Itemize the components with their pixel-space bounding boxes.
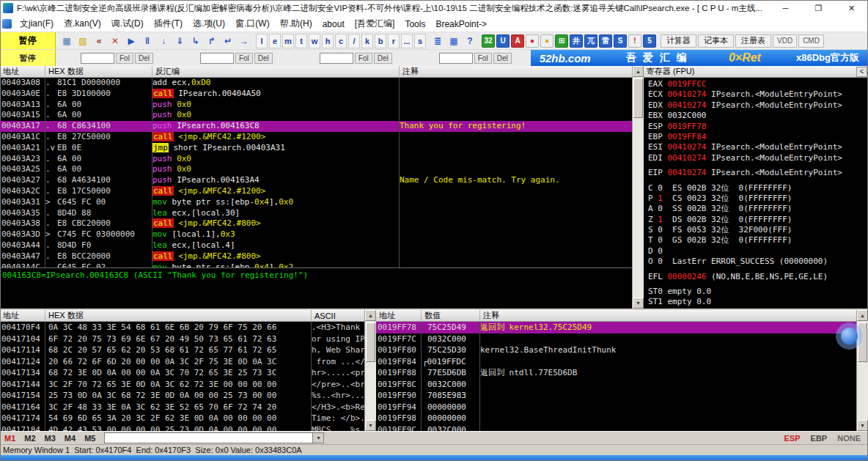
dump-row[interactable]: 0041717454 69 6D 65 3A 20 3C 2F 62 3E 0D…: [0, 413, 364, 424]
disasm-row[interactable]: 00403A25.6A 00push 0x0: [0, 164, 632, 175]
register-line[interactable]: EBX 0032C000: [644, 111, 868, 121]
disasm-row[interactable]: 00403A21.vEB 0Ejmp short IPsearch.00403A…: [0, 143, 632, 154]
disasm-row[interactable]: 00403A23.6A 00push 0x0: [0, 154, 632, 165]
fol-button[interactable]: Fol: [235, 53, 253, 64]
dump-row[interactable]: 004171844D 42 43 53 00 00 00 00 25 73 0D…: [0, 424, 364, 432]
address-input[interactable]: [439, 53, 473, 64]
stack-row[interactable]: 0019FF84┌0019FFDC: [376, 356, 856, 368]
scroll-thumb[interactable]: [366, 322, 375, 362]
restart-icon[interactable]: «: [92, 34, 106, 48]
scroll-up-icon[interactable]: ▲: [857, 310, 868, 321]
window-shortcut-button[interactable]: w: [309, 34, 320, 48]
plugin-button[interactable]: ●: [526, 34, 539, 48]
menu-item[interactable]: 文jian(F): [15, 16, 59, 32]
floating-assist-ball[interactable]: [836, 322, 863, 350]
window-shortcut-button[interactable]: e: [269, 34, 281, 48]
step-over-icon[interactable]: ⇓: [172, 34, 187, 48]
col-header-comment[interactable]: 注释: [400, 66, 632, 77]
disasm-row[interactable]: 00403A44.8D4D F0lea ecx,[local.4]: [0, 240, 632, 251]
stack-row[interactable]: 0019FF8075C25D30kernel32.BaseThreadInitT…: [376, 344, 856, 356]
disasm-row[interactable]: 00403A27.68 A4634100push IPsearch.004163…: [0, 175, 632, 186]
stack-row[interactable]: 0019FF9400000000: [376, 402, 856, 413]
titlebar[interactable]: F:\wk\京峰二进制安全逆向高级班录播课程(反汇编加密解密病毒分析)\京峰二进…: [0, 0, 868, 16]
stack-row[interactable]: 0019FF7875C25D49返回到 kernel32.75C25D49: [376, 322, 856, 333]
menu-item[interactable]: 选.项(U): [188, 16, 230, 32]
memory-tab[interactable]: M2: [20, 434, 40, 443]
register-line[interactable]: A 0 SS 002B 32位 0(FFFFFFFF): [644, 204, 868, 214]
step-into-icon[interactable]: ↓: [156, 34, 171, 48]
trace-over-icon[interactable]: ↱: [205, 34, 219, 48]
tool-button[interactable]: 注册表: [735, 34, 771, 48]
plugin-button[interactable]: 兀: [584, 34, 597, 48]
register-line[interactable]: ESI 00410274 IPsearch.<ModuleEntryPoint>: [644, 142, 868, 152]
disasm-row[interactable]: 00403A13.6A 00push 0x0: [0, 100, 632, 111]
menu-item[interactable]: Tools: [400, 18, 430, 31]
dump-row[interactable]: 0041713468 72 3E 0D 0A 00 00 0A 3C 70 72…: [0, 367, 364, 379]
stack-row[interactable]: 0019FF9800000000: [376, 413, 856, 424]
dump-col-address[interactable]: 地址: [0, 310, 45, 321]
del-button[interactable]: Del: [254, 53, 273, 64]
address-input[interactable]: [81, 53, 114, 64]
register-line[interactable]: C 0 ES 002B 32位 0(FFFFFFFF): [644, 183, 868, 193]
window-shortcut-button[interactable]: m: [282, 34, 294, 48]
disasm-row[interactable]: 00403A38.E8 CBC20000call <jmp.&MFC42.#80…: [0, 218, 632, 229]
windows-grid-icon[interactable]: ▦: [59, 34, 74, 48]
stack-row[interactable]: 0019FF7C0032C000: [376, 333, 856, 345]
plugin-button[interactable]: A: [511, 34, 524, 48]
register-line[interactable]: EBP 0019FF84: [644, 132, 868, 142]
menu-item[interactable]: [吾爱汇编]: [350, 16, 400, 32]
register-line[interactable]: O 0 LastErr ERROR_SUCCESS (00000000): [644, 257, 868, 267]
window-shortcut-button[interactable]: /: [348, 34, 360, 48]
col-header-disassembly[interactable]: 反汇编: [152, 66, 400, 77]
dump-row[interactable]: 004171443C 2F 70 72 65 3E 0D 0A 3C 62 72…: [0, 379, 364, 391]
register-line[interactable]: Z 1 DS 002B 32位 0(FFFFFFFF): [644, 215, 868, 225]
stack-row[interactable]: 0019FF9C0032C000: [376, 424, 856, 432]
help-icon[interactable]: ?: [463, 34, 477, 48]
register-line[interactable]: S 0 FS 0053 32位 32F000(FFF): [644, 225, 868, 235]
col-header-address[interactable]: 地址: [0, 66, 45, 77]
register-line[interactable]: ST0 empty 0.0: [644, 287, 868, 297]
fol-button[interactable]: Fol: [116, 53, 133, 64]
register-line[interactable]: ECX 00410274 IPsearch.<ModuleEntryPoint>: [644, 89, 868, 100]
window-shortcut-button[interactable]: r: [388, 34, 400, 48]
fol-button[interactable]: Fol: [474, 53, 492, 64]
plugin-button[interactable]: !: [628, 34, 641, 48]
disasm-row[interactable]: 00403A2C.E8 17C50000call <jmp.&MFC42.#12…: [0, 186, 632, 197]
dump-scrollbar[interactable]: ▲ ▼: [364, 310, 376, 431]
stack-col-value[interactable]: 数值: [422, 310, 480, 321]
address-input[interactable]: [320, 53, 353, 64]
run-to-return-icon[interactable]: ↵: [221, 34, 235, 48]
window-shortcut-button[interactable]: c: [335, 34, 347, 48]
window-shortcut-button[interactable]: k: [361, 34, 373, 48]
window-shortcut-button[interactable]: t: [295, 34, 307, 48]
disasm-row[interactable]: 00403A0E.E8 3D100000call IPsearch.00404A…: [0, 89, 632, 100]
scroll-down-icon[interactable]: ▼: [857, 420, 868, 431]
col-header-hex[interactable]: HEX 数据: [45, 66, 152, 77]
register-line[interactable]: ESP 0019FF78: [644, 122, 868, 132]
stack-col-comment[interactable]: 注释: [480, 310, 856, 321]
dump-col-hex[interactable]: HEX 数据: [45, 310, 312, 321]
plugin-button[interactable]: S: [614, 34, 627, 48]
collapse-registers-button[interactable]: <: [856, 67, 867, 77]
window-shortcut-button[interactable]: s: [414, 34, 426, 48]
dump-row[interactable]: 0041715425 73 0D 0A 3C 68 72 3E 0D 0A 00…: [0, 390, 364, 402]
pause-icon[interactable]: ‖: [140, 34, 155, 48]
disasm-scrollbar[interactable]: ▲ ▼: [632, 66, 644, 309]
disasm-row[interactable]: 00403A47.E8 BCC20000call <jmp.&MFC42.#80…: [0, 251, 632, 262]
goto-icon[interactable]: →: [237, 34, 251, 48]
window-shortcut-button[interactable]: h: [322, 34, 334, 48]
plugin-button[interactable]: U: [496, 34, 510, 48]
plugin-button[interactable]: 5: [643, 34, 656, 48]
register-line[interactable]: EIP 00410274 IPsearch.<ModuleEntryPoint>: [644, 168, 868, 178]
memory-map-icon[interactable]: ▦: [446, 34, 461, 48]
menu-item[interactable]: 调.试(D): [106, 16, 149, 32]
disasm-row[interactable]: 00403A3D>C745 FC 03000000mov [local.1],0…: [0, 229, 632, 240]
menu-item[interactable]: 查.kan(V): [59, 16, 106, 32]
register-line[interactable]: EFL 00000246 (NO,NB,E,BE,NS,PE,GE,LE): [644, 272, 868, 282]
stack-row[interactable]: 0019FF907085E983: [376, 390, 856, 402]
maximize-button[interactable]: ❐: [802, 0, 835, 16]
dump-row[interactable]: 004171643C 2F 48 33 3E 0A 3C 62 3E 52 65…: [0, 402, 364, 413]
dump-row[interactable]: 0041712420 66 72 6F 6D 20 00 00 0A 3C 2F…: [0, 356, 364, 368]
disasm-row[interactable]: 00403A1C.E8 27C50000call <jmp.&MFC42.#12…: [0, 132, 632, 143]
memory-combobox[interactable]: ▼: [104, 432, 324, 443]
